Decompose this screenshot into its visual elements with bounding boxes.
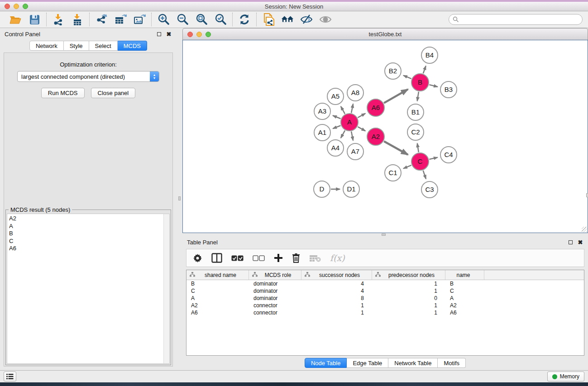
export-table-icon[interactable] (114, 14, 127, 25)
graph-edge-A-A7[interactable] (351, 132, 353, 141)
tab-mcds[interactable]: MCDS (118, 41, 147, 51)
graph-node-D1[interactable]: D1 (343, 181, 359, 197)
graph-edge-A-A5[interactable] (341, 106, 345, 114)
graph-node-C1[interactable]: C1 (385, 165, 401, 181)
horizontal-splitter[interactable] (182, 233, 588, 236)
result-item[interactable]: C (9, 238, 163, 245)
table-row[interactable]: A6connector11A6 (186, 309, 584, 316)
hide-details-icon[interactable] (300, 14, 313, 25)
column-header-predecessor-nodes[interactable]: predecessor nodes (372, 270, 445, 280)
window-resize-grip[interactable] (582, 227, 587, 232)
close-panel-button[interactable]: Close panel (91, 88, 136, 98)
graph-node-A7[interactable]: A7 (347, 143, 363, 160)
graph-node-B2[interactable]: B2 (385, 63, 401, 79)
graph-edge-C-C2[interactable] (417, 143, 419, 152)
table-row[interactable]: Adominator80A (186, 295, 584, 302)
graph-node-D[interactable]: D (314, 181, 330, 197)
home-network-icon[interactable] (281, 14, 294, 25)
result-scrollbar[interactable] (163, 214, 169, 363)
graph-edge-A-A4[interactable] (341, 130, 345, 138)
splitter-handle[interactable] (382, 234, 386, 236)
document-network-icon[interactable] (262, 14, 275, 25)
vertical-splitter[interactable] (177, 28, 182, 370)
tab-network[interactable]: Network (29, 41, 64, 51)
column-header-shared-name[interactable]: shared name (186, 270, 249, 280)
table-tab-network-table[interactable]: Network Table (388, 358, 438, 368)
tab-style[interactable]: Style (64, 41, 89, 51)
result-item[interactable]: A6 (9, 245, 163, 253)
export-image-icon[interactable] (133, 14, 146, 25)
tab-select[interactable]: Select (89, 41, 118, 51)
zoom-selected-icon[interactable] (214, 14, 227, 25)
table-row[interactable]: Bdominator41B (186, 280, 584, 287)
graph-edge-B-B3[interactable] (429, 85, 437, 87)
graph-node-A3[interactable]: A3 (314, 103, 330, 119)
graph-node-A6[interactable]: A6 (367, 99, 384, 116)
save-session-icon[interactable] (28, 14, 41, 25)
close-panel-icon[interactable]: ✖ (166, 31, 172, 37)
delete-column-icon[interactable] (292, 252, 300, 264)
table-tab-edge-table[interactable]: Edge Table (347, 358, 388, 368)
show-columns-icon[interactable] (211, 252, 222, 264)
network-window-titlebar[interactable]: testGlobe.txt (182, 28, 588, 40)
network-canvas[interactable]: B4B2BB3A5A8A6A3B1AA1C2A2A4A7C4CC1C3DD1 (182, 40, 588, 233)
table-tab-node-table[interactable]: Node Table (305, 358, 347, 368)
table-row[interactable]: Cdominator41C (186, 287, 584, 295)
graph-node-B3[interactable]: B3 (440, 81, 457, 98)
graph-edge-B-B1[interactable] (417, 92, 419, 101)
graph-node-B[interactable]: B (411, 74, 429, 91)
search-input[interactable] (461, 15, 582, 24)
canvas-resize-knob[interactable] (586, 193, 588, 197)
import-network-icon[interactable] (52, 14, 65, 25)
float-panel-icon[interactable] (567, 239, 574, 245)
refresh-icon[interactable] (238, 14, 251, 25)
export-network-icon[interactable] (95, 14, 108, 25)
search-box[interactable] (449, 14, 583, 25)
show-details-icon[interactable] (319, 14, 332, 25)
graph-edge-A-A1[interactable] (333, 126, 340, 129)
graph-node-A1[interactable]: A1 (314, 124, 330, 141)
graph-node-A[interactable]: A (341, 114, 358, 131)
result-item[interactable]: A (9, 223, 163, 230)
column-header-MCDS-role[interactable]: MCDS role (249, 270, 301, 280)
graph-edge-A-A2[interactable] (358, 127, 365, 131)
splitter-handle[interactable] (178, 196, 181, 200)
memory-button[interactable]: Memory (547, 372, 584, 381)
graph-node-C3[interactable]: C3 (421, 181, 438, 198)
graph-edge-C-C1[interactable] (403, 165, 411, 168)
add-column-icon[interactable] (274, 252, 283, 264)
deselect-all-icon[interactable] (253, 252, 265, 264)
table-tab-motifs[interactable]: Motifs (438, 358, 466, 368)
run-mcds-button[interactable]: Run MCDS (41, 88, 85, 98)
graph-node-A5[interactable]: A5 (327, 88, 344, 105)
graph-edge-C-C3[interactable] (423, 171, 426, 179)
column-header-name[interactable]: name (445, 270, 484, 280)
graph-edge-A-A3[interactable] (333, 115, 340, 119)
graph-node-B4[interactable]: B4 (421, 47, 438, 63)
table-row[interactable]: A2connector11A2 (186, 302, 584, 309)
graph-edge-A6-B[interactable] (384, 89, 408, 103)
graph-node-C[interactable]: C (411, 153, 429, 170)
criterion-dropdown[interactable]: largest connected component (directed) ▲… (17, 71, 159, 82)
result-item[interactable]: B (9, 230, 163, 238)
select-all-icon[interactable] (231, 252, 244, 264)
import-table-icon[interactable] (71, 14, 84, 25)
graph-node-A4[interactable]: A4 (327, 140, 344, 156)
task-history-button[interactable] (4, 372, 16, 381)
graph-edge-A-A8[interactable] (351, 104, 353, 113)
graph-edge-B-B4[interactable] (423, 66, 426, 74)
close-panel-icon[interactable]: ✖ (577, 239, 583, 245)
graph-node-C2[interactable]: C2 (407, 124, 424, 140)
table-settings-gear-icon[interactable] (193, 252, 202, 264)
zoom-out-icon[interactable] (176, 14, 189, 25)
graph-node-A2[interactable]: A2 (367, 128, 384, 145)
graph-node-B1[interactable]: B1 (407, 104, 424, 120)
column-header-successor-nodes[interactable]: successor nodes (301, 270, 372, 280)
graph-edge-B-B2[interactable] (403, 76, 411, 79)
zoom-fit-icon[interactable] (195, 14, 208, 25)
graph-edge-C-C4[interactable] (429, 157, 437, 159)
float-panel-icon[interactable] (156, 31, 162, 37)
graph-node-C4[interactable]: C4 (440, 147, 457, 163)
zoom-in-icon[interactable] (157, 14, 170, 25)
graph-edge-A2-C[interactable] (384, 141, 408, 155)
